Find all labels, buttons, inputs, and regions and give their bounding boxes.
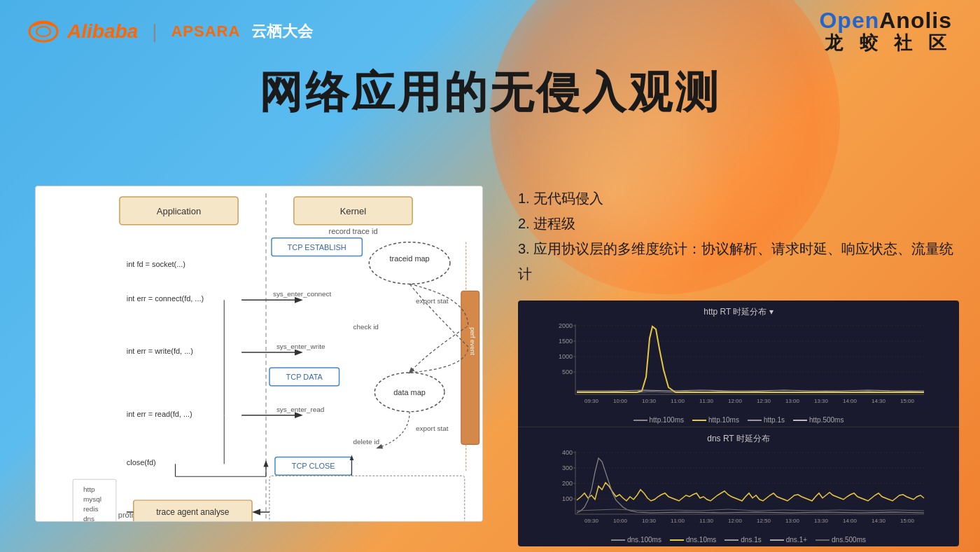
svg-text:check id: check id: [353, 323, 378, 331]
trace-agent-analyse: trace agent analyse: [156, 507, 230, 517]
svg-text:14:00: 14:00: [843, 518, 858, 524]
svg-text:mysql: mysql: [83, 495, 102, 503]
logo-left: Alibaba | APSARA 云栖大会: [28, 19, 313, 44]
svg-text:14:00: 14:00: [843, 398, 858, 404]
dns-chart-title: dns RT 时延分布: [526, 433, 951, 445]
legend-dot: [724, 539, 738, 541]
bullet-1: 1. 无代码侵入: [518, 186, 959, 211]
legend-dot: [634, 420, 648, 421]
legend-label: http.10ms: [708, 416, 739, 424]
bullet-list: 1. 无代码侵入 2. 进程级 3. 应用协议层的多维度统计：协议解析、请求时延…: [518, 186, 959, 287]
svg-text:14:30: 14:30: [872, 398, 886, 404]
svg-text:100: 100: [562, 495, 573, 502]
svg-text:http: http: [83, 485, 95, 493]
svg-text:200: 200: [562, 480, 573, 487]
svg-text:14:30: 14:30: [872, 518, 886, 524]
legend-label: http.100ms: [650, 416, 684, 424]
svg-text:500: 500: [562, 368, 573, 375]
svg-text:11:00: 11:00: [671, 398, 685, 404]
tcp-data: TCP DATA: [286, 373, 323, 381]
openanolis-bottom: 龙 蛟 社 区: [825, 31, 952, 55]
svg-text:13:00: 13:00: [785, 518, 800, 524]
legend-dns500ms: dns.500ms: [816, 536, 866, 544]
svg-text:11:30: 11:30: [699, 398, 714, 404]
legend-dot: [748, 420, 762, 421]
svg-text:10:30: 10:30: [642, 398, 657, 404]
svg-text:1000: 1000: [559, 353, 573, 360]
legend-http1s: http.1s: [748, 416, 785, 424]
application-label: Application: [157, 206, 201, 216]
dns-chart-svg: 400 300 200 100 09:30 10:00 10:30 11:00 …: [526, 448, 951, 532]
svg-text:12:00: 12:00: [728, 398, 743, 404]
legend-dns10ms: dns.10ms: [670, 536, 716, 544]
svg-text:data map: data map: [393, 388, 426, 396]
diagram-inner: Application Kernel record trace id TCP E…: [36, 186, 482, 521]
anolis-text: Anolis: [879, 8, 952, 33]
svg-text:300: 300: [562, 464, 573, 471]
svg-text:delete id: delete id: [353, 438, 379, 446]
right-content: 1. 无代码侵入 2. 进程级 3. 应用协议层的多维度统计：协议解析、请求时延…: [518, 186, 959, 546]
dns-chart-block: dns RT 时延分布 400 300 200 100 09:30 10:00: [518, 427, 959, 546]
open-text: Open: [819, 8, 879, 33]
svg-point-7: [369, 242, 450, 284]
openanolis-top: OpenAnolis: [819, 8, 952, 34]
header: Alibaba | APSARA 云栖大会 OpenAnolis 龙 蛟 社 区: [0, 0, 980, 63]
diagram-panel: Application Kernel record trace id TCP E…: [35, 186, 483, 522]
alibaba-icon: [28, 19, 59, 44]
svg-text:400: 400: [562, 449, 573, 456]
svg-text:10:30: 10:30: [642, 518, 657, 524]
svg-text:dns: dns: [83, 515, 94, 521]
http-chart-legend: http.100ms http.10ms http.1s http.500ms: [526, 416, 951, 424]
svg-rect-23: [461, 291, 479, 444]
charts-container: http RT 时延分布 ▾ 2000 1500 1000 500: [518, 301, 959, 546]
legend-label: http.1s: [764, 416, 785, 424]
code2: int err = connect(fd, ...): [127, 294, 204, 303]
legend-dns1plus: dns.1+: [770, 536, 807, 544]
svg-text:2000: 2000: [559, 322, 573, 329]
legend-dot: [770, 539, 784, 541]
kernel-label: Kernel: [340, 206, 367, 216]
svg-text:redis: redis: [83, 505, 99, 513]
svg-text:sys_enter_write: sys_enter_write: [276, 343, 326, 350]
legend-label: dns.1+: [786, 536, 807, 544]
svg-text:15:00: 15:00: [900, 398, 915, 404]
svg-point-0: [29, 22, 57, 41]
legend-dns1s: dns.1s: [724, 536, 761, 544]
legend-label: dns.100ms: [627, 536, 662, 544]
yunqi-label: 云栖大会: [251, 21, 313, 42]
legend-label: dns.1s: [741, 536, 761, 544]
legend-dot: [670, 539, 684, 541]
svg-text:11:00: 11:00: [671, 518, 685, 524]
http-chart-title: http RT 时延分布 ▾: [526, 306, 951, 318]
legend-http500ms: http.500ms: [793, 416, 844, 424]
svg-text:sys_enter_connect: sys_enter_connect: [273, 290, 332, 298]
legend-dot: [793, 420, 807, 421]
apsara-label: APSARA: [171, 22, 240, 41]
code3: int err = write(fd, ...): [127, 347, 193, 355]
svg-text:13:30: 13:30: [814, 398, 829, 404]
svg-point-1: [36, 27, 50, 36]
svg-text:1500: 1500: [559, 338, 573, 345]
legend-http100ms: http.100ms: [634, 416, 684, 424]
svg-text:perf event: perf event: [469, 327, 476, 355]
diagram-svg: Application Kernel record trace id TCP E…: [36, 186, 482, 521]
tcp-close: TCP CLOSE: [292, 462, 335, 470]
legend-dot: [692, 420, 706, 421]
bullet-3: 3. 应用协议层的多维度统计：协议解析、请求时延、响应状态、流量统计: [518, 236, 959, 287]
svg-text:12:50: 12:50: [757, 518, 771, 524]
svg-text:traceid map: traceid map: [390, 254, 430, 263]
code4: int err = read(fd, ...): [127, 410, 192, 418]
svg-text:15:00: 15:00: [900, 518, 915, 524]
legend-label: dns.500ms: [832, 536, 866, 544]
legend-http10ms: http.10ms: [692, 416, 739, 424]
svg-text:sys_enter_read: sys_enter_read: [276, 406, 325, 413]
main-title: 网络应用的无侵入观测: [0, 63, 980, 122]
code5: close(fd): [127, 458, 156, 467]
svg-text:09:30: 09:30: [584, 398, 599, 404]
alibaba-label: Alibaba: [67, 20, 138, 43]
code1: int fd = socket(...): [127, 260, 186, 268]
logo-right: OpenAnolis 龙 蛟 社 区: [819, 8, 952, 55]
dns-chart-legend: dns.100ms dns.10ms dns.1s dns.1+ dns.500…: [526, 536, 951, 544]
legend-dot: [816, 539, 830, 541]
bullet-2: 2. 进程级: [518, 211, 959, 236]
